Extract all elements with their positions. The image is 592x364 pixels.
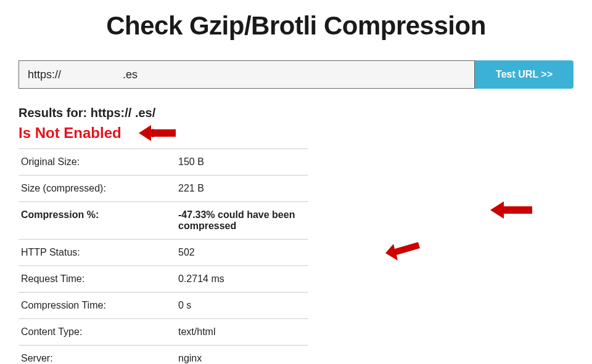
row-value: 0.2714 ms xyxy=(176,266,308,293)
row-label: Content Type: xyxy=(18,319,176,346)
row-label: HTTP Status: xyxy=(18,240,176,266)
row-label: Size (compressed): xyxy=(18,176,176,202)
row-label: Request Time: xyxy=(18,266,176,293)
arrow-icon xyxy=(490,200,532,220)
compression-status: Is Not Enabled xyxy=(18,124,121,142)
row-value: 150 B xyxy=(176,149,308,176)
row-value: -47.33% could have been compressed xyxy=(178,209,295,231)
page-title: Check Gzip/Brotli Compression xyxy=(18,0,574,60)
url-input[interactable] xyxy=(18,60,475,89)
row-value: 502 xyxy=(178,247,195,257)
table-row: Compression %: -47.33% could have been c… xyxy=(18,202,308,240)
results-table: Original Size: 150 B Size (compressed): … xyxy=(18,148,308,364)
table-row: Size (compressed): 221 B xyxy=(18,176,308,202)
row-label: Compression %: xyxy=(18,202,176,240)
test-url-button[interactable]: Test URL >> xyxy=(475,60,574,89)
row-label: Original Size: xyxy=(18,149,176,176)
row-value: 0 s xyxy=(176,293,308,319)
table-row: Request Time: 0.2714 ms xyxy=(18,266,308,293)
table-row: Original Size: 150 B xyxy=(18,149,308,176)
row-value: nginx xyxy=(176,346,308,365)
arrow-icon xyxy=(385,242,421,261)
table-row: HTTP Status: 502 xyxy=(18,240,308,266)
row-value: text/html xyxy=(176,319,308,346)
table-row: Server: nginx xyxy=(18,346,308,365)
table-row: Compression Time: 0 s xyxy=(18,293,308,319)
results-heading: Results for: https:// .es/ xyxy=(18,106,574,120)
row-label: Compression Time: xyxy=(18,293,176,319)
row-value: 221 B xyxy=(176,176,308,202)
arrow-icon xyxy=(139,124,176,142)
url-form: Test URL >> xyxy=(18,60,574,89)
row-label: Server: xyxy=(18,346,176,365)
table-row: Content Type: text/html xyxy=(18,319,308,346)
